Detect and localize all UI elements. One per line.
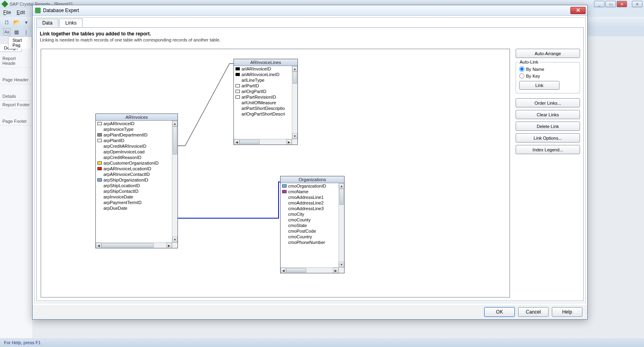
table-arinvoicelines[interactable]: ARInvoiceLines arlARInvoiceIDarlARInvoic… <box>233 59 298 145</box>
field-row[interactable]: cmoAddressLine3 <box>281 206 339 211</box>
tab-start-page[interactable]: Start Pag <box>8 36 32 49</box>
scroll-thumb-h[interactable] <box>286 268 306 273</box>
field-row[interactable]: cmoCity <box>281 211 339 217</box>
clear-links-button[interactable]: Clear Links <box>516 110 580 119</box>
section-report-header[interactable]: Report Heade <box>0 54 32 68</box>
field-row[interactable]: arlPartID <box>234 83 292 89</box>
dialog-close-button[interactable]: ✕ <box>570 7 586 14</box>
links-canvas[interactable]: ARInvoices arpARInvoiceIDarpInvoiceTypea… <box>41 49 510 297</box>
vscrollbar[interactable]: ▲ ▼ <box>292 66 297 139</box>
field-row[interactable]: arpCreditReasonID <box>96 155 172 160</box>
help-button[interactable]: Help <box>552 307 582 317</box>
hscrollbar[interactable]: ◀ ▶ <box>281 267 339 273</box>
scroll-down-icon[interactable]: ▼ <box>292 133 297 139</box>
field-row[interactable]: arlLineType <box>234 77 292 83</box>
scroll-thumb[interactable] <box>173 126 177 155</box>
tab-data[interactable]: Data <box>36 19 58 27</box>
field-row[interactable]: arpCreditARInvoiceID <box>96 143 172 149</box>
delete-link-button[interactable]: Delete Link <box>516 122 580 131</box>
scroll-thumb-h[interactable] <box>101 243 154 248</box>
scroll-up-icon[interactable]: ▲ <box>172 121 178 126</box>
field-row[interactable]: arlARInvoiceLineID <box>234 72 292 77</box>
minimize-button[interactable]: _ <box>594 1 605 7</box>
table-header-arinvoices[interactable]: ARInvoices <box>96 114 178 121</box>
dialog-titlebar[interactable]: Database Expert ✕ <box>33 5 587 16</box>
link-button[interactable]: Link <box>519 81 559 90</box>
section-details[interactable]: Details <box>0 92 32 101</box>
field-row[interactable]: cmoAddressLine2 <box>281 200 339 206</box>
field-row[interactable]: cmoAddressLine1 <box>281 194 339 200</box>
new-document-icon[interactable]: 🗋 <box>3 19 10 26</box>
tab-links[interactable]: Links <box>59 19 83 27</box>
text-tool-icon[interactable]: Aa <box>3 28 10 35</box>
field-row[interactable]: cmoCountry <box>281 234 339 240</box>
section-page-header[interactable]: Page Header <box>0 76 32 84</box>
field-row[interactable]: arpShipOrganizationID <box>96 177 172 183</box>
scroll-down-icon[interactable]: ▼ <box>172 237 178 242</box>
field-row[interactable]: arlPartRevisionID <box>234 94 292 100</box>
cancel-button[interactable]: Cancel <box>518 307 549 317</box>
field-row[interactable]: cmoPhoneNumber <box>281 240 339 245</box>
field-row[interactable]: arpOpenInvoiceLoad <box>96 149 172 155</box>
scroll-thumb-h[interactable] <box>239 140 260 144</box>
field-row[interactable]: arpInvoiceDate <box>96 194 172 200</box>
field-row[interactable]: cmoState <box>281 223 339 228</box>
menu-edit[interactable]: EEditdit <box>17 10 25 15</box>
section-page-footer[interactable]: Page Footer <box>0 117 32 126</box>
scroll-left-icon[interactable]: ◀ <box>281 268 286 273</box>
scroll-left-icon[interactable]: ◀ <box>96 243 101 248</box>
table-header-organizations[interactable]: Organizations <box>281 176 344 183</box>
hscrollbar[interactable]: ◀ ▶ <box>234 139 292 145</box>
field-row[interactable]: arlUnitOfMeasure <box>234 100 292 105</box>
table-header-arinvoicelines[interactable]: ARInvoiceLines <box>234 59 297 66</box>
radio-by-key[interactable]: By Key <box>519 73 576 78</box>
scroll-left-icon[interactable]: ◀ <box>234 139 239 145</box>
scroll-up-icon[interactable]: ▲ <box>339 183 344 189</box>
field-row[interactable]: cmoName <box>281 189 339 194</box>
field-row[interactable]: arpARInvoiceContactID <box>96 171 172 177</box>
vscrollbar[interactable]: ▲ ▼ <box>172 121 178 242</box>
order-links-button[interactable]: Order Links... <box>516 98 580 107</box>
table-organizations[interactable]: Organizations cmoOrganizationIDcmoNamecm… <box>280 176 345 273</box>
field-row[interactable]: arpPaymentTermID <box>96 200 172 205</box>
field-row[interactable]: arlPartShortDescriptio <box>234 105 292 111</box>
outer-close-button[interactable]: ✕ <box>632 1 642 7</box>
field-row[interactable]: arlOrgPartID <box>234 89 292 94</box>
close-button[interactable]: ✕ <box>617 1 627 7</box>
field-row[interactable]: arpARInvoiceLocationID <box>96 166 172 171</box>
dropdown-icon[interactable]: ▾ <box>23 19 30 26</box>
scroll-thumb[interactable] <box>339 189 344 205</box>
table-arinvoices[interactable]: ARInvoices arpARInvoiceIDarpInvoiceTypea… <box>95 114 178 248</box>
field-row[interactable]: cmoPostCode <box>281 228 339 234</box>
field-row[interactable]: arpARInvoiceID <box>96 121 172 126</box>
vscrollbar[interactable]: ▲ ▼ <box>339 183 344 267</box>
field-row[interactable]: arpPlantDepartmentID <box>96 132 172 138</box>
field-row[interactable]: cmoCounty <box>281 217 339 223</box>
section-report-footer[interactable]: Report Footer <box>0 101 32 109</box>
scroll-up-icon[interactable]: ▲ <box>292 66 297 72</box>
field-row[interactable]: arpShipContactID <box>96 188 172 194</box>
ok-button[interactable]: OK <box>484 307 515 317</box>
restore-button[interactable]: ▭ <box>605 1 616 7</box>
index-legend-button[interactable]: Index Legend... <box>516 145 580 154</box>
hscrollbar[interactable]: ◀ ▶ <box>96 242 172 248</box>
field-row[interactable]: arpShipLocationID <box>96 183 172 188</box>
scroll-right-icon[interactable]: ▶ <box>333 268 339 273</box>
field-row[interactable]: arlOrgPartShortDescri <box>234 111 292 117</box>
field-row[interactable]: arpCustomerOrganizationID <box>96 160 172 166</box>
scroll-right-icon[interactable]: ▶ <box>166 243 172 248</box>
link-options-button[interactable]: Link Options... <box>516 133 580 143</box>
field-row[interactable]: arpPlantID <box>96 138 172 143</box>
scroll-right-icon[interactable]: ▶ <box>286 139 292 145</box>
field-row[interactable]: arpDueDate <box>96 205 172 211</box>
scroll-down-icon[interactable]: ▼ <box>339 262 344 267</box>
field-row[interactable]: arlARInvoiceID <box>234 66 292 72</box>
field-row[interactable]: arpInvoiceType <box>96 126 172 132</box>
field-tool-icon[interactable]: ▦ <box>13 28 20 35</box>
auto-arrange-button[interactable]: Auto-Arrange <box>516 49 580 58</box>
scroll-thumb[interactable] <box>293 72 297 84</box>
field-row[interactable]: cmoOrganizationID <box>281 183 339 189</box>
open-icon[interactable]: 📂 <box>13 19 20 26</box>
menu-file[interactable]: FFileile <box>3 10 11 15</box>
radio-by-name[interactable]: By Name <box>519 66 576 72</box>
